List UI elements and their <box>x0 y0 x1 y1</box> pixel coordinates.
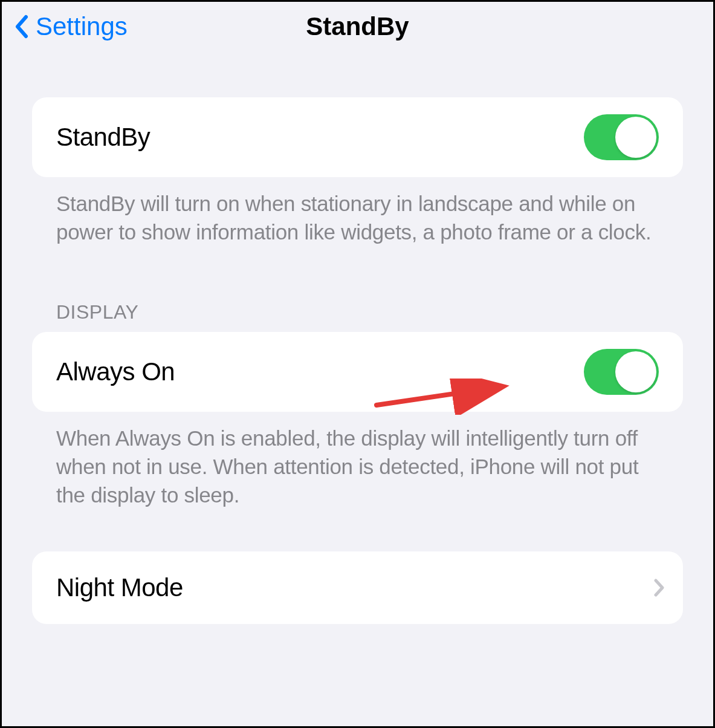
display-section-header: DISPLAY <box>32 301 683 332</box>
chevron-right-icon <box>654 579 665 597</box>
toggle-knob <box>615 351 656 392</box>
night-mode-row[interactable]: Night Mode <box>32 551 683 624</box>
night-mode-card: Night Mode <box>32 551 683 624</box>
standby-card: StandBy <box>32 97 683 177</box>
always-on-label: Always On <box>56 357 175 386</box>
navigation-bar: Settings StandBy <box>2 2 713 55</box>
back-label: Settings <box>36 12 128 41</box>
always-on-row: Always On <box>32 332 683 412</box>
standby-toggle[interactable] <box>584 114 659 160</box>
standby-label: StandBy <box>56 123 150 152</box>
standby-footer: StandBy will turn on when stationary in … <box>32 177 683 247</box>
standby-row: StandBy <box>32 97 683 177</box>
always-on-card: Always On <box>32 332 683 412</box>
night-mode-label: Night Mode <box>56 573 183 602</box>
always-on-toggle[interactable] <box>584 349 659 395</box>
chevron-left-icon <box>14 15 28 39</box>
toggle-knob <box>615 117 656 158</box>
always-on-footer: When Always On is enabled, the display w… <box>32 412 683 510</box>
page-title: StandBy <box>306 12 409 41</box>
back-button[interactable]: Settings <box>14 12 128 41</box>
